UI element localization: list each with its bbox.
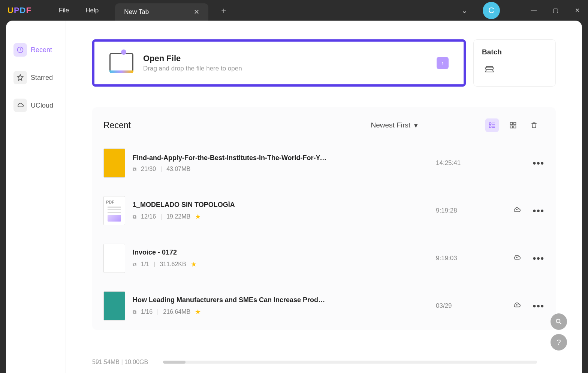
pages-icon	[133, 309, 136, 315]
file-time: 9:19:03	[436, 255, 496, 262]
file-pages: 1/1	[141, 261, 149, 268]
open-file-subtitle: Drag and drop the file here to open	[143, 65, 242, 72]
open-file-title: Open File	[143, 54, 242, 63]
file-time: 03/29	[436, 302, 496, 310]
file-name: 1_MODELADO SIN TOPOLOGÍA	[133, 201, 328, 209]
chevron-down-icon: ▾	[414, 121, 418, 130]
batch-title: Batch	[482, 48, 547, 56]
menu-file[interactable]: File	[51, 7, 77, 14]
more-icon[interactable]: •••	[533, 253, 545, 264]
cloud-upload-icon[interactable]	[513, 253, 521, 264]
sidebar-item-label: Recent	[31, 46, 52, 54]
file-meta: 1/16|216.64MB★	[133, 308, 436, 316]
workspace: Recent Starred UCloud Open File Drag and…	[6, 21, 582, 373]
sidebar: Recent Starred UCloud	[6, 21, 66, 373]
file-name: How Leading Manufacturers and SMEs Can I…	[133, 296, 328, 304]
file-time: 9:19:28	[436, 207, 496, 214]
batch-icon	[482, 62, 497, 75]
divider	[517, 6, 517, 15]
star-icon	[13, 71, 27, 84]
new-tab-button[interactable]: ＋	[220, 5, 228, 16]
file-row[interactable]: Find-and-Apply-For-the-Best-Institutes-I…	[103, 139, 545, 187]
file-meta: 1/1|311.62KB★	[133, 260, 436, 268]
minimize-button[interactable]: —	[525, 4, 542, 17]
open-file-button[interactable]: Open File Drag and drop the file here to…	[92, 39, 466, 87]
batch-button[interactable]: Batch	[473, 39, 556, 87]
sidebar-item-ucloud[interactable]: UCloud	[6, 96, 66, 115]
storage-track	[163, 361, 537, 364]
avatar[interactable]: C	[483, 2, 500, 19]
svg-rect-4	[489, 126, 491, 128]
main: Open File Drag and drop the file here to…	[66, 21, 582, 373]
file-thumbnail	[103, 148, 125, 178]
app-logo: UPDF	[7, 6, 31, 15]
file-meta: 21/30|43.07MB	[133, 166, 436, 172]
svg-rect-9	[510, 126, 513, 128]
titlebar: UPDF File Help New Tab ✕ ＋ ⌄ C — ▢ ✕	[0, 0, 588, 21]
close-button[interactable]: ✕	[569, 4, 586, 17]
file-thumbnail	[103, 291, 125, 321]
cloud-icon	[13, 99, 27, 112]
menu-help[interactable]: Help	[77, 7, 107, 14]
more-icon[interactable]: •••	[533, 301, 545, 311]
more-icon[interactable]: •••	[533, 158, 545, 168]
tab[interactable]: New Tab ✕	[115, 3, 208, 21]
file-row[interactable]: PDF1_MODELADO SIN TOPOLOGÍA12/16|19.22MB…	[103, 187, 545, 235]
chevron-right-icon: ›	[437, 57, 449, 69]
tab-title: New Tab	[124, 8, 149, 16]
cloud-upload-icon[interactable]	[513, 206, 521, 216]
help-fab[interactable]: ?	[551, 334, 567, 351]
list-view-button[interactable]	[485, 118, 499, 132]
search-fab[interactable]	[551, 313, 567, 330]
file-size: 19.22MB	[166, 213, 190, 220]
cloud-upload-icon[interactable]	[513, 301, 521, 311]
more-icon[interactable]: •••	[533, 205, 545, 216]
sort-dropdown[interactable]: Newest First ▾	[371, 121, 418, 130]
pages-icon	[133, 213, 136, 220]
sidebar-item-recent[interactable]: Recent	[6, 40, 66, 60]
svg-rect-8	[514, 123, 516, 125]
delete-button[interactable]	[527, 118, 541, 132]
maximize-button[interactable]: ▢	[547, 4, 564, 17]
sort-label: Newest First	[371, 121, 410, 129]
file-size: 311.62KB	[160, 261, 186, 268]
svg-rect-1	[489, 123, 491, 124]
svg-rect-10	[514, 126, 516, 128]
svg-rect-7	[510, 123, 513, 125]
file-pages: 1/16	[141, 309, 153, 315]
grid-view-button[interactable]	[506, 118, 520, 132]
file-pages: 21/30	[141, 166, 156, 172]
file-pages: 12/16	[141, 213, 156, 220]
storage-text: 591.54MB | 10.00GB	[92, 359, 148, 366]
pages-icon	[133, 261, 136, 268]
svg-point-11	[556, 319, 560, 323]
star-icon: ★	[195, 213, 201, 221]
file-size: 43.07MB	[166, 166, 190, 172]
recent-title: Recent	[103, 120, 131, 130]
sidebar-item-label: Starred	[31, 74, 53, 82]
close-icon[interactable]: ✕	[194, 8, 199, 16]
file-thumbnail: PDF	[103, 196, 125, 225]
storage-fill	[163, 361, 186, 364]
recent-panel: Recent Newest First ▾ Find-and-Apply-For…	[92, 107, 556, 330]
file-name: Find-and-Apply-For-the-Best-Institutes-I…	[133, 154, 328, 162]
chevron-down-icon[interactable]: ⌄	[461, 6, 468, 15]
file-thumbnail	[103, 244, 125, 273]
svg-line-12	[560, 323, 561, 324]
pages-icon	[133, 166, 136, 172]
star-icon: ★	[195, 308, 201, 316]
star-icon: ★	[191, 260, 197, 268]
file-meta: 12/16|19.22MB★	[133, 213, 436, 221]
storage-bar: 591.54MB | 10.00GB	[92, 359, 537, 366]
folder-icon	[109, 53, 133, 73]
file-name: Invoice - 0172	[133, 249, 328, 256]
sidebar-item-label: UCloud	[31, 102, 53, 109]
sidebar-item-starred[interactable]: Starred	[6, 68, 66, 87]
file-row[interactable]: Invoice - 01721/1|311.62KB★9:19:03•••	[103, 235, 545, 282]
clock-icon	[13, 43, 27, 57]
file-row[interactable]: How Leading Manufacturers and SMEs Can I…	[103, 282, 545, 330]
file-size: 216.64MB	[163, 309, 190, 315]
divider	[41, 6, 41, 15]
file-time: 14:25:41	[436, 159, 496, 167]
